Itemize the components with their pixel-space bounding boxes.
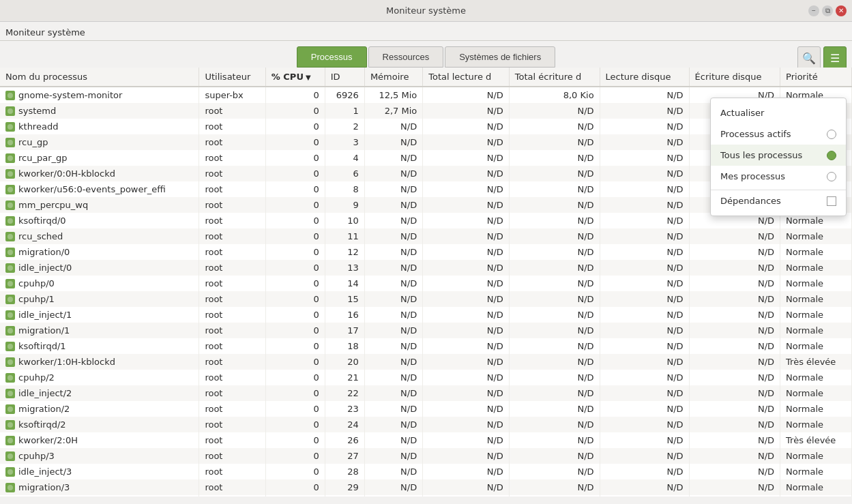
table-row[interactable]: kworker/2:0Hroot026N/DN/DN/DN/DN/DTrès é… — [0, 432, 852, 448]
cell-read-disk: N/D — [600, 354, 689, 370]
radio-processus-actifs — [827, 130, 836, 139]
cell-write-disk: N/D — [689, 244, 780, 260]
process-name-text: idle_inject/0 — [18, 263, 72, 273]
dropdown-actualiser[interactable]: Actualiser — [711, 102, 846, 123]
col-header-write-disk[interactable]: Écriture disque — [689, 68, 780, 87]
col-header-name[interactable]: Nom du processus — [0, 68, 199, 87]
cell-read-total: N/D — [423, 354, 510, 370]
process-icon — [5, 326, 15, 336]
cell-memory: N/D — [364, 228, 422, 244]
table-row[interactable]: migration/2root023N/DN/DN/DN/DN/DNormale — [0, 401, 852, 417]
cell-name: gnome-system-monitor — [0, 87, 199, 103]
cell-read-total: N/D — [423, 323, 510, 338]
process-name-text: rcu_gp — [18, 137, 48, 147]
cell-read-total: N/D — [423, 197, 510, 213]
table-row[interactable]: ksoftirqd/3root030N/DN/DN/DN/DN/DNormale — [0, 495, 852, 496]
tab-fichiers[interactable]: Systèmes de fichiers — [445, 46, 555, 68]
cell-id: 17 — [325, 323, 364, 338]
cell-write-total: N/D — [509, 464, 600, 479]
minimize-button[interactable]: − — [808, 5, 819, 16]
process-icon — [5, 153, 15, 163]
cell-memory: N/D — [364, 150, 422, 166]
search-button[interactable]: 🔍 — [797, 46, 821, 70]
cell-read-disk: N/D — [600, 307, 689, 323]
table-row[interactable]: ksoftirqd/1root018N/DN/DN/DN/DN/DNormale — [0, 338, 852, 354]
table-row[interactable]: kworker/1:0H-kblockdroot020N/DN/DN/DN/DN… — [0, 354, 852, 370]
cell-read-total: N/D — [423, 401, 510, 417]
cell-user: root — [199, 370, 265, 385]
cell-read-total: N/D — [423, 276, 510, 291]
table-row[interactable]: cpuhp/0root014N/DN/DN/DN/DN/DNormale — [0, 276, 852, 291]
col-header-read-total[interactable]: Total lecture d — [423, 68, 510, 87]
tab-processus[interactable]: Processus — [297, 46, 367, 68]
table-row[interactable]: cpuhp/1root015N/DN/DN/DN/DN/DNormale — [0, 291, 852, 307]
restore-button[interactable]: ⧉ — [822, 5, 833, 16]
cell-name: migration/2 — [0, 401, 199, 417]
cell-name: rcu_sched — [0, 228, 199, 244]
dropdown-processus-actifs[interactable]: Processus actifs — [711, 123, 846, 145]
dropdown-dependances[interactable]: Dépendances — [711, 190, 846, 211]
cell-user: root — [199, 197, 265, 213]
cell-user: root — [199, 244, 265, 260]
table-row[interactable]: migration/1root017N/DN/DN/DN/DN/DNormale — [0, 323, 852, 338]
cell-name: kworker/u56:0-events_power_effi — [0, 181, 199, 197]
table-row[interactable]: ksoftirqd/2root024N/DN/DN/DN/DN/DNormale — [0, 417, 852, 432]
cell-memory: N/D — [364, 385, 422, 401]
cell-id: 21 — [325, 370, 364, 385]
table-row[interactable]: migration/3root029N/DN/DN/DN/DN/DNormale — [0, 479, 852, 495]
col-header-memory[interactable]: Mémoire — [364, 68, 422, 87]
cell-read-disk: N/D — [600, 448, 689, 464]
cell-id: 3 — [325, 134, 364, 150]
menu-button[interactable]: ☰ — [823, 46, 847, 70]
cell-id: 4 — [325, 150, 364, 166]
process-icon — [5, 201, 15, 210]
cell-id: 12 — [325, 244, 364, 260]
table-row[interactable]: cpuhp/2root021N/DN/DN/DN/DN/DNormale — [0, 370, 852, 385]
table-row[interactable]: migration/0root012N/DN/DN/DN/DN/DNormale — [0, 244, 852, 260]
col-header-priority[interactable]: Priorité — [780, 68, 852, 87]
cell-id: 14 — [325, 276, 364, 291]
cell-write-total: N/D — [509, 291, 600, 307]
process-icon — [5, 106, 15, 116]
table-row[interactable]: idle_inject/3root028N/DN/DN/DN/DN/DNorma… — [0, 464, 852, 479]
dropdown-tous-processus[interactable]: Tous les processus — [711, 145, 846, 166]
cell-read-disk: N/D — [600, 260, 689, 276]
table-row[interactable]: idle_inject/1root016N/DN/DN/DN/DN/DNorma… — [0, 307, 852, 323]
tab-ressources[interactable]: Ressources — [368, 46, 444, 68]
cell-priority: Normale — [780, 291, 852, 307]
col-header-cpu[interactable]: % CPU▼ — [265, 68, 325, 87]
cell-write-total: N/D — [509, 495, 600, 496]
col-header-id[interactable]: ID — [325, 68, 364, 87]
cell-memory: N/D — [364, 479, 422, 495]
cell-cpu: 0 — [265, 150, 325, 166]
cell-read-disk: N/D — [600, 150, 689, 166]
cell-id: 11 — [325, 228, 364, 244]
col-header-user[interactable]: Utilisateur — [199, 68, 265, 87]
table-row[interactable]: rcu_schedroot011N/DN/DN/DN/DN/DNormale — [0, 228, 852, 244]
cell-cpu: 0 — [265, 119, 325, 134]
cell-name: migration/1 — [0, 323, 199, 338]
cell-read-total: N/D — [423, 119, 510, 134]
cell-write-total: N/D — [509, 354, 600, 370]
process-name-text: idle_inject/3 — [18, 466, 72, 477]
process-icon — [5, 373, 15, 383]
dropdown-mes-processus[interactable]: Mes processus — [711, 166, 846, 187]
radio-mes-processus — [827, 172, 836, 181]
table-row[interactable]: idle_inject/2root022N/DN/DN/DN/DN/DNorma… — [0, 385, 852, 401]
process-name-text: kthreadd — [18, 121, 58, 132]
cell-write-total: N/D — [509, 401, 600, 417]
col-header-read-disk[interactable]: Lecture disque — [600, 68, 689, 87]
cell-priority: Normale — [780, 479, 852, 495]
cell-read-total: N/D — [423, 370, 510, 385]
cell-write-disk: N/D — [689, 370, 780, 385]
cell-read-total: N/D — [423, 260, 510, 276]
col-header-write-total[interactable]: Total écriture d — [509, 68, 600, 87]
close-button[interactable]: ✕ — [836, 5, 847, 16]
cell-memory: 2,7 Mio — [364, 103, 422, 119]
table-row[interactable]: idle_inject/0root013N/DN/DN/DN/DN/DNorma… — [0, 260, 852, 276]
cell-read-disk: N/D — [600, 338, 689, 354]
cell-write-total: N/D — [509, 166, 600, 181]
cell-cpu: 0 — [265, 197, 325, 213]
table-row[interactable]: cpuhp/3root027N/DN/DN/DN/DN/DNormale — [0, 448, 852, 464]
cell-read-disk: N/D — [600, 197, 689, 213]
